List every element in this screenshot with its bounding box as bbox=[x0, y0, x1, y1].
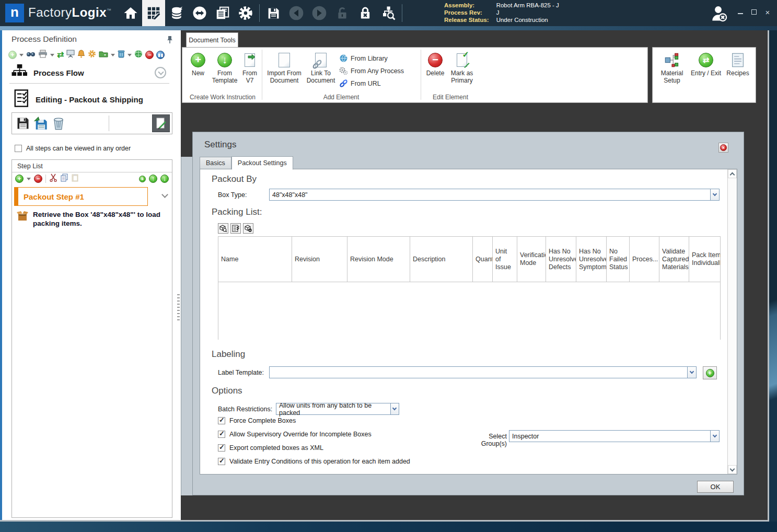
delete-document-icon[interactable] bbox=[50, 114, 67, 132]
move-up-icon[interactable]: ↑ bbox=[149, 175, 157, 183]
unlock-icon[interactable] bbox=[331, 0, 354, 26]
step-list-toolbar: + − + ↑ ↓ bbox=[12, 172, 172, 185]
step-expand-chevron[interactable] bbox=[161, 191, 168, 198]
validate-entry-row[interactable]: Validate Entry Conditions of this operat… bbox=[218, 458, 410, 465]
view-order-label: All steps can be viewed in any order bbox=[26, 145, 131, 152]
find-icon[interactable] bbox=[26, 50, 36, 60]
database-import-icon[interactable] bbox=[165, 0, 188, 26]
save-icon[interactable] bbox=[262, 0, 285, 26]
documents-icon[interactable] bbox=[211, 0, 234, 26]
export-xml-checkbox[interactable] bbox=[218, 444, 225, 452]
combo-arrow-icon[interactable] bbox=[710, 189, 719, 200]
combo-arrow-icon[interactable] bbox=[390, 403, 399, 414]
from-any-process-button[interactable]: From Any Process bbox=[339, 66, 404, 75]
batch-restrictions-select[interactable]: Allow units from any batch to be packed bbox=[276, 403, 399, 415]
link-to-document-button[interactable]: Link To Document bbox=[305, 52, 337, 84]
force-complete-boxes-row[interactable]: Force Complete Boxes bbox=[218, 417, 296, 424]
copy-icon[interactable] bbox=[61, 174, 68, 184]
gear-orange-icon[interactable] bbox=[88, 50, 96, 60]
entry-exit-button[interactable]: ⇄Entry / Exit bbox=[690, 52, 722, 77]
remove-box-icon[interactable] bbox=[243, 223, 253, 234]
mark-as-primary-button[interactable]: ✓ Mark as Primary bbox=[448, 52, 476, 84]
undo-back-icon[interactable] bbox=[285, 0, 308, 26]
bell-icon[interactable] bbox=[77, 50, 85, 60]
dialog-scrollbar[interactable] bbox=[727, 169, 737, 474]
redo-forward-icon[interactable] bbox=[308, 0, 331, 26]
pause-icon[interactable]: ▮▮ bbox=[156, 51, 165, 59]
save-document-icon[interactable] bbox=[14, 114, 32, 132]
maximize-button[interactable] bbox=[748, 6, 760, 18]
export-xml-row[interactable]: Export completed boxes as XML bbox=[218, 444, 323, 452]
close-button[interactable]: × bbox=[761, 6, 774, 18]
export-dropdown-caret[interactable] bbox=[111, 54, 115, 56]
minimize-button[interactable] bbox=[734, 6, 747, 18]
lock-close-icon[interactable] bbox=[354, 0, 377, 26]
from-library-button[interactable]: From Library bbox=[339, 54, 388, 63]
import-from-document-button[interactable]: Import From Document bbox=[265, 52, 304, 84]
remove-step-icon[interactable]: − bbox=[34, 175, 42, 183]
step-item-packout-1[interactable]: Packout Step #1 bbox=[14, 187, 148, 206]
force-complete-boxes-checkbox[interactable] bbox=[218, 417, 225, 424]
print-dropdown-caret[interactable] bbox=[50, 54, 54, 56]
view-order-checkbox-row[interactable]: All steps can be viewed in any order bbox=[15, 145, 131, 152]
scroll-up-icon[interactable] bbox=[728, 169, 737, 178]
combo-arrow-icon[interactable] bbox=[710, 431, 719, 442]
exchange-icon[interactable]: ⇄ bbox=[57, 51, 64, 59]
delete-trash-icon[interactable] bbox=[118, 50, 125, 60]
pin-icon[interactable] bbox=[166, 36, 173, 46]
presentation-icon[interactable] bbox=[66, 50, 75, 60]
recipes-button[interactable]: Recipes bbox=[725, 52, 751, 77]
validate-entry-checkbox[interactable] bbox=[218, 458, 225, 465]
add-step-caret[interactable] bbox=[27, 178, 31, 180]
collapse-down-icon[interactable] bbox=[155, 67, 166, 78]
material-setup-button[interactable]: Material Setup bbox=[658, 52, 686, 84]
allow-override-checkbox[interactable] bbox=[218, 431, 225, 438]
scroll-down-icon[interactable] bbox=[728, 465, 737, 474]
add-label-template-button[interactable]: + bbox=[703, 366, 717, 379]
find-box-icon[interactable] bbox=[218, 223, 228, 234]
edit-list-icon[interactable] bbox=[230, 223, 241, 234]
new-work-instruction-button[interactable]: +New bbox=[187, 52, 210, 77]
add-dropdown-caret[interactable] bbox=[19, 54, 24, 56]
from-v7-button[interactable]: From V7 bbox=[240, 52, 260, 84]
document-page-edge bbox=[181, 157, 192, 495]
sync-icon[interactable] bbox=[188, 0, 211, 26]
label-template-select[interactable] bbox=[269, 366, 697, 378]
panel-splitter[interactable] bbox=[176, 30, 181, 520]
globe-icon[interactable] bbox=[134, 50, 143, 60]
save-as-icon[interactable] bbox=[32, 114, 50, 132]
view-order-checkbox[interactable] bbox=[15, 145, 22, 152]
allow-override-row[interactable]: Allow Supervisory Override for Incomplet… bbox=[218, 431, 372, 438]
ok-button[interactable]: OK bbox=[697, 481, 734, 493]
paste-icon[interactable] bbox=[72, 174, 78, 184]
release-status-value: Under Construction bbox=[489, 16, 559, 24]
combo-arrow-icon[interactable] bbox=[687, 367, 696, 378]
from-url-button[interactable]: From URL bbox=[339, 79, 381, 88]
add-step-icon[interactable]: + bbox=[15, 175, 24, 183]
from-template-button[interactable]: ↓From Template bbox=[210, 52, 240, 84]
cut-icon[interactable] bbox=[49, 174, 57, 184]
tab-basics[interactable]: Basics bbox=[200, 157, 231, 169]
home-icon[interactable] bbox=[119, 0, 142, 26]
settings-gear-icon[interactable] bbox=[234, 0, 257, 26]
delete-element-button[interactable]: −Delete bbox=[424, 52, 447, 77]
trash-dropdown-caret[interactable] bbox=[127, 54, 132, 56]
tab-packout-settings[interactable]: Packout Settings bbox=[231, 156, 293, 170]
print-icon[interactable] bbox=[38, 50, 48, 60]
column-header: Quantity bbox=[473, 237, 493, 282]
move-down-icon[interactable]: ↓ bbox=[160, 175, 169, 183]
select-groups-label: Select Group(s) bbox=[464, 433, 507, 447]
edit-mode-toggle[interactable] bbox=[152, 114, 170, 132]
tab-document-tools[interactable]: Document Tools bbox=[186, 32, 238, 47]
process-flow-row[interactable]: Process Flow bbox=[11, 64, 168, 82]
dialog-close-button[interactable]: × bbox=[718, 143, 728, 153]
process-search-icon[interactable] bbox=[377, 0, 400, 26]
work-instructions-icon[interactable] bbox=[142, 0, 165, 26]
select-groups-select[interactable]: Inspector bbox=[509, 430, 720, 442]
export-folder-icon[interactable] bbox=[99, 50, 108, 60]
add-process-icon[interactable]: + bbox=[8, 51, 17, 59]
user-logout-icon[interactable] bbox=[710, 4, 728, 25]
box-type-select[interactable]: 48"x48"x48" bbox=[269, 189, 720, 201]
remove-icon[interactable]: − bbox=[145, 51, 154, 59]
insert-step-icon[interactable]: + bbox=[139, 176, 146, 182]
